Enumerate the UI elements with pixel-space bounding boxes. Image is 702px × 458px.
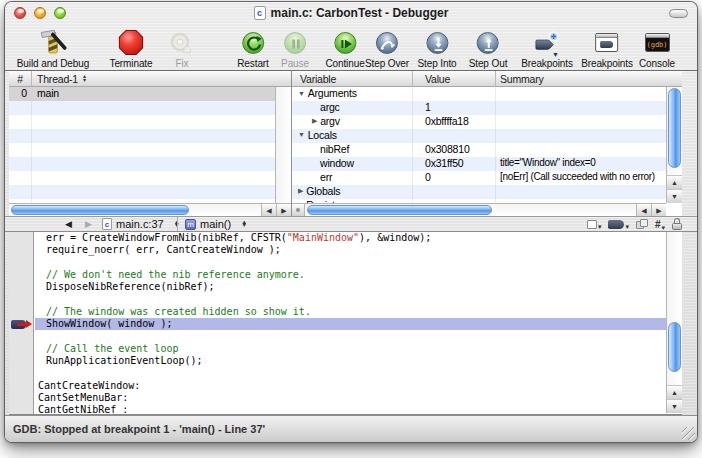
add-breakpoint-button[interactable]: ▼ Breakpoints — [521, 27, 573, 69]
source-line: err = CreateWindowFromNib(nibRef, CFSTR(… — [35, 232, 666, 244]
status-bar: GDB: Stopped at breakpoint 1 - 'main() -… — [5, 415, 697, 442]
nav-back-button[interactable]: ◀ — [65, 217, 72, 231]
variable-row[interactable]: window0x31ff50title="Window" index=0 — [292, 157, 682, 171]
editor-navbar: ◀ ▶ c main.c:37 ▲▼ m main() ▲▼ ▾ ▾ #▾ — [5, 216, 697, 232]
threads-horizontal-scrollbar[interactable]: ◀ ▶ — [9, 203, 291, 216]
nav-forward-button[interactable]: ▶ — [85, 217, 92, 231]
source-line — [35, 257, 666, 269]
source-line — [35, 293, 666, 305]
sort-indicator-icon: ▴▾ — [83, 75, 86, 82]
step-out-button[interactable]: Step Out — [469, 27, 508, 69]
empty-row — [9, 101, 291, 115]
splitter-dot-button[interactable] — [292, 203, 305, 216]
patch-icon — [169, 27, 195, 58]
editor-vertical-scrollbar[interactable]: ▲ ▼ — [666, 232, 682, 413]
scroll-down-button[interactable]: ▼ — [666, 189, 682, 203]
variable-row[interactable]: ▼Arguments — [292, 87, 682, 101]
threads-vertical-scrollbar[interactable] — [275, 87, 291, 203]
restart-icon — [242, 27, 264, 58]
function-popup[interactable]: m main() ▲▼ — [185, 217, 247, 231]
variables-panel: Variable Value Summary ▼Argumentsargc1▶a… — [292, 71, 682, 216]
scrollbar-thumb[interactable] — [11, 205, 189, 215]
toolbar: Build and Debug Terminate Fix — [5, 24, 697, 71]
source-line: CantGetNibRef : — [35, 404, 666, 415]
variables-col-value[interactable]: Value — [425, 71, 450, 86]
variables-header: Variable Value Summary — [292, 71, 682, 87]
console-icon: (gdb) — [645, 27, 670, 58]
step-into-button[interactable]: Step Into — [417, 27, 456, 69]
source-line — [35, 330, 666, 342]
source-line: DisposeNibReference(nibRef); — [35, 281, 666, 293]
title-bar[interactable]: c main.c: CarbonTest - Debugger — [5, 2, 697, 24]
scroll-down-button[interactable]: ▼ — [666, 399, 682, 413]
disclosure-triangle-icon[interactable]: ▼ — [298, 131, 305, 138]
variable-row[interactable]: nibRef0x308810 — [292, 143, 682, 157]
scrollbar-thumb[interactable] — [668, 88, 681, 168]
empty-row — [9, 143, 291, 157]
terminate-button[interactable]: Terminate — [109, 27, 152, 69]
source-line: // We don't need the nib reference anymo… — [35, 269, 666, 281]
scrollbar-thumb[interactable] — [307, 205, 492, 215]
threads-col-number[interactable]: # — [9, 71, 31, 86]
variables-col-summary[interactable]: Summary — [500, 71, 544, 86]
empty-row — [9, 171, 291, 185]
source-line: // Call the event loop — [35, 343, 666, 355]
source-line: require_noerr( err, CantCreateWindow ); — [35, 244, 666, 256]
step-over-button[interactable]: Step Over — [365, 27, 409, 69]
stop-sign-icon — [118, 27, 143, 58]
source-line: CantCreateWindow: — [35, 380, 666, 392]
empty-row — [9, 157, 291, 171]
continue-button[interactable]: Continue — [325, 27, 364, 69]
variable-row[interactable]: ▼Locals — [292, 129, 682, 143]
empty-row — [9, 129, 291, 143]
variables-vertical-scrollbar[interactable]: ▲ ▼ — [666, 87, 682, 203]
disclosure-triangle-icon[interactable]: ▶ — [298, 187, 303, 195]
variable-row[interactable]: err0[noErr] (Call succeeded with no erro… — [292, 171, 682, 185]
step-out-icon — [477, 27, 499, 58]
variable-row[interactable]: argc1 — [292, 101, 682, 115]
scroll-up-button[interactable]: ▲ — [666, 175, 682, 189]
fix-button[interactable]: Fix — [169, 27, 195, 69]
line-number-menu-button[interactable]: #▾ — [655, 219, 665, 230]
counterparts-button[interactable] — [636, 219, 648, 229]
continue-icon — [334, 27, 356, 58]
disclosure-triangle-icon[interactable]: ▶ — [312, 117, 317, 125]
current-source-line: ShowWindow( window ); — [35, 318, 666, 330]
threads-col-thread[interactable]: Thread-1 ▴▾ — [37, 71, 86, 86]
bookmarks-menu-button[interactable]: ▾ — [587, 220, 602, 229]
source-line: CantSetMenuBar: — [35, 392, 666, 404]
breakpoints-window-icon — [596, 27, 619, 58]
scroll-up-button[interactable]: ▲ — [666, 385, 682, 399]
file-popup[interactable]: c main.c:37 ▲▼ — [102, 217, 180, 231]
variables-horizontal-scrollbar[interactable]: ◀ ▶ — [305, 203, 666, 216]
document-icon: c — [254, 6, 266, 20]
threads-panel: # Thread-1 ▴▾ 0main ◀ ▶ — [9, 71, 291, 216]
function-icon: m — [185, 219, 196, 230]
pause-button[interactable]: Pause — [281, 27, 309, 69]
source-line — [35, 367, 666, 379]
scrollbar-thumb[interactable] — [668, 322, 681, 372]
source-editor[interactable]: err = CreateWindowFromNib(nibRef, CFSTR(… — [9, 232, 682, 415]
breakpoints-window-button[interactable]: Breakpoints — [581, 27, 633, 69]
step-over-icon — [376, 27, 398, 58]
lock-icon[interactable] — [672, 218, 682, 230]
variable-row[interactable]: ▶argv0xbffffa18 — [292, 115, 682, 129]
restart-button[interactable]: Restart — [237, 27, 269, 69]
source-line: // The window was created hidden so show… — [35, 306, 666, 318]
breakpoints-menu-button[interactable]: ▾ — [608, 220, 629, 229]
variables-col-variable[interactable]: Variable — [300, 71, 336, 86]
resize-grip[interactable] — [682, 427, 695, 440]
variable-row[interactable]: ▶Globals — [292, 185, 682, 199]
build-and-debug-button[interactable]: Build and Debug — [17, 27, 89, 69]
debugger-window: c main.c: CarbonTest - Debugger Bu — [5, 2, 697, 442]
desktop: c main.c: CarbonTest - Debugger Bu — [0, 0, 702, 458]
breakpoint-add-icon: ▼ — [534, 27, 560, 58]
disclosure-triangle-icon[interactable]: ▼ — [298, 90, 305, 97]
console-button[interactable]: (gdb) Console — [639, 27, 675, 69]
toolbar-toggle-button[interactable] — [669, 9, 688, 18]
hammer-icon — [37, 27, 69, 58]
source-line: RunApplicationEventLoop(); — [35, 355, 666, 367]
window-title: main.c: CarbonTest - Debugger — [271, 6, 449, 20]
thread-row[interactable]: 0main — [9, 87, 291, 101]
step-into-icon — [426, 27, 448, 58]
